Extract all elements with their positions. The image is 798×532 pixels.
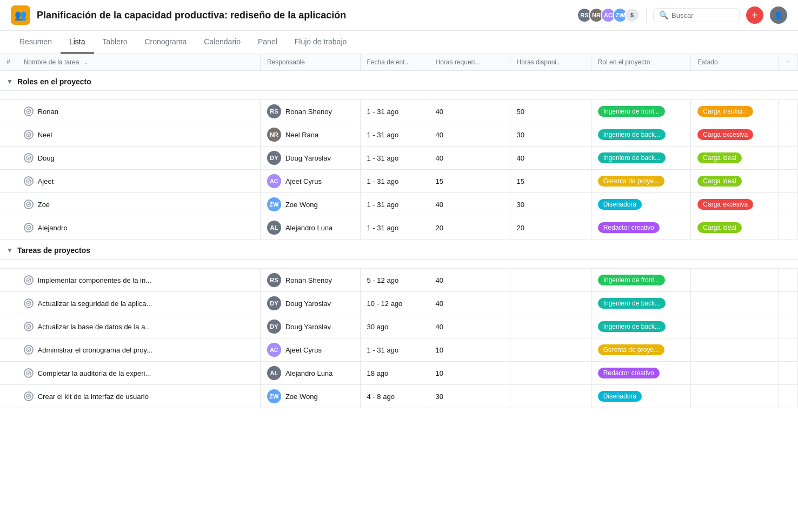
rol-badge: Ingeniero de front...: [598, 275, 665, 285]
responsible-avatar: ZW: [267, 197, 281, 211]
rol-cell: Redactor creativo: [591, 362, 691, 385]
horas-req-cell: 40: [429, 147, 510, 170]
chevron-down-icon[interactable]: ▼: [6, 247, 13, 254]
estado-cell: Carga excesiva: [691, 193, 779, 216]
responsible-cell: AL Alejandro Luna: [260, 216, 360, 240]
horas-disp-value: 15: [517, 177, 524, 185]
table-row[interactable]: Implementar componentes de la in... RS R…: [0, 269, 798, 292]
check-icon[interactable]: [24, 223, 34, 232]
table-row[interactable]: Ajeet AC Ajeet Cyrus 1 - 31 ago 15 15 Ge…: [0, 170, 798, 193]
search-box[interactable]: 🔍: [653, 8, 740, 22]
responsible-avatar: AL: [267, 366, 281, 380]
rol-badge: Ingeniero de front...: [598, 106, 665, 117]
table-row[interactable]: Actualizar la base de datos de la a... D…: [0, 315, 798, 338]
table-row[interactable]: Completar la auditoría de la experi... A…: [0, 362, 798, 385]
col-add[interactable]: +: [779, 54, 798, 71]
table-row[interactable]: Crear el kit de la interfaz de usuario Z…: [0, 385, 798, 408]
estado-cell: [691, 338, 779, 362]
task-name-cell: Actualizar la base de datos de la a...: [17, 315, 260, 338]
rol-cell: Gerenta de proye...: [591, 170, 691, 193]
search-input[interactable]: [671, 11, 734, 19]
user-avatar[interactable]: 👤: [770, 6, 787, 24]
table-row[interactable]: Doug DY Doug Yaroslav 1 - 31 ago 40 40 I…: [0, 147, 798, 170]
col-num: #: [0, 54, 17, 71]
tab-panel[interactable]: Panel: [249, 31, 286, 54]
check-icon[interactable]: [24, 176, 34, 186]
horas-disp-cell: 40: [510, 147, 591, 170]
responsible-avatar: NR: [267, 128, 281, 142]
horas-disp-value: 30: [517, 201, 524, 209]
horas-disp-cell: [510, 338, 591, 362]
sort-icon[interactable]: ⌄: [83, 59, 88, 65]
col-rol: Rol en el proyecto: [591, 54, 691, 71]
responsible-cell: AC Ajeet Cyrus: [260, 338, 360, 362]
add-row-col: [779, 269, 798, 292]
add-row-col: [779, 385, 798, 408]
estado-cell: Carga ideal: [691, 170, 779, 193]
task-name-text: Administrar el cronograma del proy...: [38, 346, 152, 354]
table-row[interactable]: Alejandro AL Alejandro Luna 1 - 31 ago 2…: [0, 216, 798, 240]
chevron-down-icon[interactable]: ▼: [6, 78, 13, 85]
check-icon[interactable]: [24, 345, 34, 355]
table-row[interactable]: Actualizar la seguridad de la aplica... …: [0, 292, 798, 315]
check-icon[interactable]: [24, 322, 34, 331]
rol-cell: Ingeniero de front...: [591, 100, 691, 123]
main-table: # Nombre de la tarea ⌄ Responsable Fecha…: [0, 54, 798, 408]
tab-tablero[interactable]: Tablero: [94, 31, 136, 54]
tab-cronograma[interactable]: Cronograma: [136, 31, 195, 54]
task-name-cell: Completar la auditoría de la experi...: [17, 362, 260, 385]
estado-badge: Carga excesiva: [697, 129, 753, 140]
task-name-cell: Alejandro: [17, 216, 260, 240]
check-icon[interactable]: [24, 298, 34, 308]
row-num: [0, 100, 17, 123]
task-name-cell: Zoe: [17, 193, 260, 216]
check-icon[interactable]: [24, 368, 34, 378]
table-row[interactable]: Zoe ZW Zoe Wong 1 - 31 ago 40 30 Diseñad…: [0, 193, 798, 216]
responsible-name: Ronan Shenoy: [285, 108, 332, 116]
rol-cell: Ingeniero de back...: [591, 315, 691, 338]
responsible-cell: DY Doug Yaroslav: [260, 292, 360, 315]
horas-disp-cell: [510, 385, 591, 408]
col-responsible: Responsable: [260, 54, 360, 71]
task-name-text: Neel: [38, 131, 52, 139]
horas-disp-cell: 15: [510, 170, 591, 193]
horas-req-cell: 40: [429, 292, 510, 315]
col-estado: Estado: [691, 54, 779, 71]
rol-badge: Ingeniero de back...: [598, 321, 666, 332]
add-button[interactable]: +: [746, 6, 763, 24]
rol-cell: Ingeniero de back...: [591, 292, 691, 315]
section-header: ▼ Roles en el proyecto: [0, 71, 798, 91]
tab-flujo[interactable]: Flujo de trabajo: [286, 31, 356, 54]
rol-cell: Ingeniero de back...: [591, 123, 691, 147]
estado-cell: [691, 315, 779, 338]
check-icon[interactable]: [24, 153, 34, 163]
responsible-avatar: DY: [267, 151, 281, 165]
row-num: [0, 292, 17, 315]
check-icon[interactable]: [24, 130, 34, 139]
table-row[interactable]: Neel NR Neel Rana 1 - 31 ago 40 30 Ingen…: [0, 123, 798, 147]
responsible-avatar: AC: [267, 343, 281, 357]
estado-badge: Carga excesiva: [697, 199, 753, 210]
avatars-count: 5: [624, 8, 640, 23]
add-row-col: [779, 147, 798, 170]
task-name-text: Actualizar la base de datos de la a...: [38, 323, 151, 331]
row-num: [0, 216, 17, 240]
horas-disp-cell: 30: [510, 123, 591, 147]
horas-disp-cell: [510, 362, 591, 385]
rol-badge: Diseñadora: [598, 199, 642, 210]
horas-disp-value: 30: [517, 131, 524, 139]
tab-calendario[interactable]: Calendario: [195, 31, 249, 54]
check-icon[interactable]: [24, 275, 34, 285]
task-name-text: Zoe: [38, 201, 50, 209]
horas-req-cell: 15: [429, 170, 510, 193]
table-row[interactable]: Administrar el cronograma del proy... AC…: [0, 338, 798, 362]
add-row-col: [779, 292, 798, 315]
task-name-text: Completar la auditoría de la experi...: [38, 369, 151, 377]
tab-resumen[interactable]: Resumen: [11, 31, 61, 54]
tab-lista[interactable]: Lista: [61, 31, 94, 54]
check-icon[interactable]: [24, 107, 34, 116]
check-icon[interactable]: [24, 200, 34, 209]
check-icon[interactable]: [24, 391, 34, 401]
task-name-cell: Doug: [17, 147, 260, 170]
table-row[interactable]: Ronan RS Ronan Shenoy 1 - 31 ago 40 50 I…: [0, 100, 798, 123]
